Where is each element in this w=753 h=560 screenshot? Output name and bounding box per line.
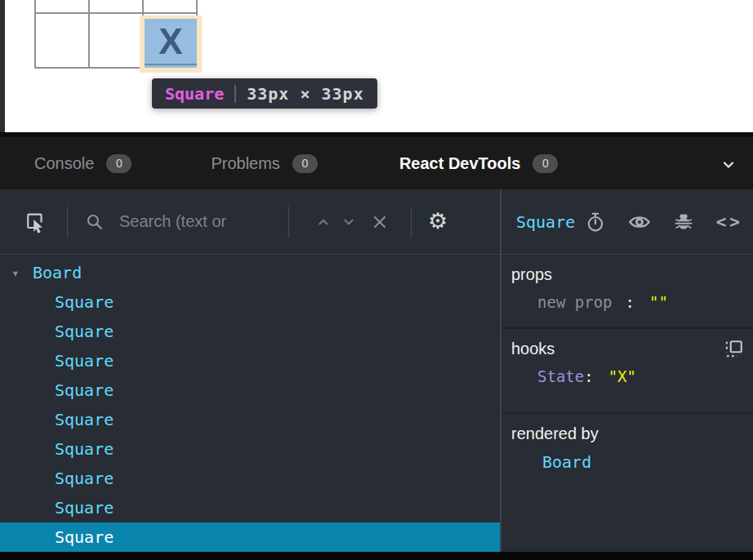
prop-value[interactable]: ""	[649, 293, 668, 311]
parse-hook-names-icon[interactable]	[723, 339, 744, 360]
tree-toolbar: ⚙	[0, 189, 500, 255]
tree-item-square-selected[interactable]: Square	[0, 522, 500, 552]
close-icon[interactable]	[370, 212, 390, 232]
inspector-toolbar: Square	[501, 189, 753, 255]
hooks-title: hooks	[511, 340, 753, 358]
tree-item-square[interactable]: Square	[0, 317, 500, 346]
tree-item-label: Square	[55, 380, 114, 400]
props-title: props	[511, 265, 753, 284]
tree-item-label: Square	[55, 292, 114, 312]
hook-name: State	[537, 367, 584, 385]
code-brackets-icon[interactable]: <>	[716, 212, 743, 232]
chevron-down-icon[interactable]	[719, 155, 738, 178]
colon: :	[626, 293, 635, 311]
search-icon	[85, 212, 105, 232]
tab-react-devtools[interactable]: React DevTools 0	[399, 154, 559, 173]
tab-console[interactable]: Console 0	[34, 154, 131, 173]
screen: X Square 33px × 33px Console 0 Problems …	[0, 0, 753, 560]
stopwatch-icon[interactable]	[585, 211, 606, 233]
rendered-by-owner-link[interactable]: Board	[542, 452, 591, 472]
tooltip-divider	[234, 85, 236, 103]
tree-item-square[interactable]: Square	[0, 434, 500, 464]
tree-item-square[interactable]: Square	[0, 405, 500, 434]
tree-item-square[interactable]: Square	[0, 346, 500, 376]
tree-item-label: Square	[55, 527, 114, 547]
react-devtools-count-badge: 0	[532, 154, 558, 173]
rendered-by-section: rendered by Board	[501, 414, 753, 500]
selected-component-name: Square	[516, 212, 575, 232]
inspector-actions: <>	[585, 211, 743, 233]
search-input[interactable]	[119, 212, 287, 231]
tab-problems[interactable]: Problems 0	[211, 154, 317, 173]
inspect-tooltip: Square 33px × 33px	[152, 78, 377, 109]
react-devtools-panel: ⚙ ▾ Board Square Square Square Square Sq…	[0, 189, 753, 552]
inspect-highlight-margin: X	[140, 16, 202, 73]
tree-item-board[interactable]: ▾ Board	[0, 258, 500, 287]
tab-label: Console	[34, 154, 94, 173]
eye-icon[interactable]	[628, 211, 651, 233]
tree-item-square[interactable]: Square	[0, 493, 500, 522]
prop-row: new prop : ""	[537, 293, 753, 311]
component-tree: ▾ Board Square Square Square Square Squa…	[0, 255, 500, 552]
disclosure-triangle-icon[interactable]: ▾	[11, 265, 33, 281]
rendered-by-title: rendered by	[511, 424, 753, 443]
cell-border	[145, 64, 197, 65]
devtools-drawer-tab-bar: Console 0 Problems 0 React DevTools 0	[0, 132, 753, 189]
tree-item-square[interactable]: Square	[0, 464, 500, 493]
problems-count-badge: 0	[292, 154, 318, 173]
props-section: props new prop : ""	[501, 255, 753, 329]
components-tree-pane: ⚙ ▾ Board Square Square Square Square Sq…	[0, 189, 500, 552]
window-edge-strip	[0, 0, 5, 133]
gear-icon[interactable]: ⚙	[428, 211, 448, 233]
tree-item-square[interactable]: Square	[0, 287, 500, 317]
hooks-section: hooks State: "X"	[501, 329, 753, 414]
tab-label: Problems	[211, 154, 279, 173]
tree-item-label: Square	[55, 410, 114, 429]
tree-item-label: Square	[55, 351, 114, 371]
tooltip-component-name: Square	[165, 84, 224, 104]
grid-line	[88, 0, 90, 69]
toolbar-divider	[288, 207, 289, 238]
chevron-up-icon[interactable]	[314, 213, 332, 231]
tree-item-label: Square	[55, 498, 114, 518]
tree-item-label: Square	[55, 322, 114, 341]
grid-line	[34, 12, 198, 14]
colon: :	[584, 367, 593, 385]
tree-item-label: Square	[55, 439, 114, 459]
tooltip-dimensions: 33px × 33px	[247, 84, 363, 104]
inspect-element-icon[interactable]	[24, 211, 47, 233]
chevron-down-icon[interactable]	[340, 213, 358, 231]
tab-label: React DevTools	[399, 154, 521, 173]
browser-page: X Square 33px × 33px	[0, 0, 753, 133]
hook-value[interactable]: "X"	[608, 367, 636, 385]
hook-row: State: "X"	[537, 367, 753, 385]
toolbar-divider	[67, 207, 68, 238]
console-count-badge: 0	[106, 154, 131, 173]
grid-line	[34, 0, 36, 69]
bug-icon[interactable]	[673, 211, 694, 233]
toolbar-divider	[411, 207, 412, 238]
new-prop-field[interactable]: new prop	[537, 293, 613, 311]
component-inspector-pane: Square	[501, 189, 753, 552]
tree-item-label: Board	[33, 263, 82, 282]
tree-item-label: Square	[55, 469, 114, 488]
square-cell-button[interactable]: X	[145, 19, 197, 68]
tree-item-square[interactable]: Square	[0, 376, 500, 405]
cell-value: X	[158, 24, 182, 63]
window-bottom-strip	[0, 552, 753, 560]
